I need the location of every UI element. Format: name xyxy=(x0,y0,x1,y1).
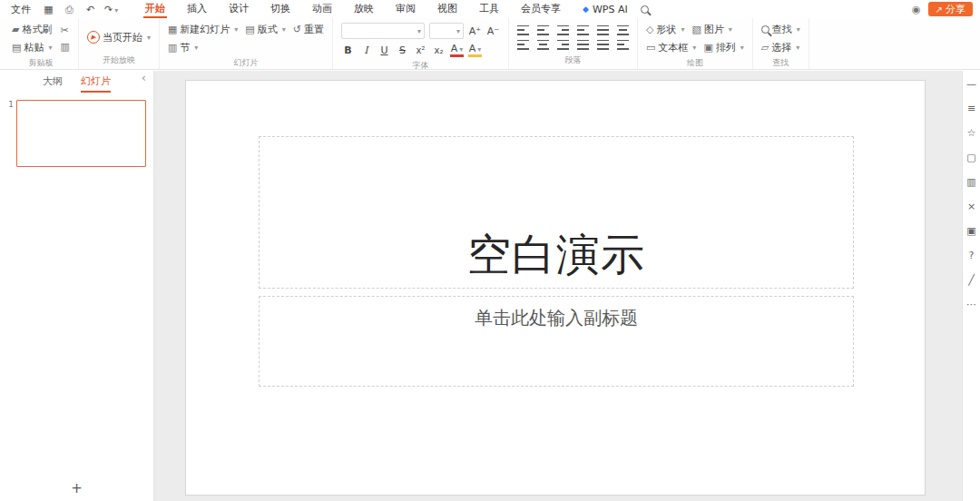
help-icon[interactable]: ? xyxy=(969,250,975,261)
subscript-button[interactable]: x₂ xyxy=(432,45,446,55)
select-button[interactable]: ▱ 选择 xyxy=(761,41,799,54)
redo-icon[interactable]: ↷ xyxy=(104,4,118,15)
frame-tool-icon[interactable]: ▣ xyxy=(966,225,975,237)
more-tools-icon[interactable]: ⋯ xyxy=(966,299,976,310)
section-button[interactable]: ▥ 节 xyxy=(168,41,198,54)
highlight-color-button[interactable]: A xyxy=(468,44,482,57)
align-right-icon xyxy=(557,40,569,50)
font-family-select[interactable] xyxy=(341,23,425,39)
wps-ai-icon: ◆ xyxy=(583,5,589,14)
copy-style-icon[interactable]: ▢ xyxy=(966,152,975,163)
layout-icon: ▤ xyxy=(245,24,254,35)
cut-tool-icon[interactable]: × xyxy=(967,201,975,212)
distribute-icon xyxy=(597,40,609,50)
font-size-select[interactable] xyxy=(429,23,464,39)
slide-subtitle: 单击此处输入副标题 xyxy=(475,306,638,386)
reset-label: 重置 xyxy=(304,23,324,36)
tab-home[interactable]: 开始 xyxy=(134,0,176,18)
slide[interactable]: 空白演示 单击此处输入副标题 xyxy=(185,80,926,496)
bullets-button[interactable] xyxy=(517,25,529,35)
slide-number: 1 xyxy=(5,100,14,167)
collapse-panel-icon[interactable]: ‹ xyxy=(142,71,146,84)
strikethrough-button[interactable]: S xyxy=(396,44,409,56)
group-label-slideshow: 开始放映 xyxy=(87,52,151,68)
wps-ai-button[interactable]: ◆ WPS AI xyxy=(583,4,628,15)
ribbon: ▰ 格式刷 ▤ 粘贴 ✂ ▥ 剪贴板 ▶ 当页开 xyxy=(0,18,980,70)
text-direction-button[interactable] xyxy=(617,25,629,35)
new-slide-button[interactable]: ▦ 新建幻灯片 xyxy=(168,23,238,36)
reset-button[interactable]: ↺ 重置 xyxy=(293,23,324,36)
minimize-panel-icon[interactable]: — xyxy=(966,78,976,90)
indent-increase-button[interactable] xyxy=(577,25,589,35)
properties-icon[interactable]: ≡ xyxy=(967,103,975,114)
format-painter-button[interactable]: ▰ 格式刷 xyxy=(12,23,52,36)
justify-button[interactable] xyxy=(577,40,589,50)
new-slide-label: 新建幻灯片 xyxy=(180,23,230,36)
numbering-button[interactable] xyxy=(537,25,549,35)
play-from-current-button[interactable]: ▶ 当页开始 xyxy=(87,31,151,44)
shapes-button[interactable]: ◇ 形状 xyxy=(646,23,684,36)
line-spacing-icon xyxy=(597,25,609,35)
distribute-button[interactable] xyxy=(597,40,609,50)
print-icon[interactable]: ⎙ xyxy=(63,4,76,15)
tab-tools[interactable]: 工具 xyxy=(468,0,510,18)
cut-button[interactable]: ✂ xyxy=(60,25,69,36)
tab-view[interactable]: 视图 xyxy=(426,0,468,18)
find-label: 查找 xyxy=(772,23,792,36)
chart-tool-icon[interactable]: ▥ xyxy=(966,176,975,188)
layout-button[interactable]: ▤ 版式 xyxy=(245,23,285,36)
find-button[interactable]: 查找 xyxy=(761,23,800,36)
file-menu[interactable]: 文件 xyxy=(7,3,34,16)
arrange-button[interactable]: ▣ 排列 xyxy=(703,41,743,54)
slides-tab[interactable]: 幻灯片 xyxy=(81,71,111,93)
picture-label: 图片 xyxy=(704,23,724,36)
pen-tool-icon[interactable]: ╱ xyxy=(968,274,975,286)
bold-button[interactable]: B xyxy=(341,44,355,56)
favorites-icon[interactable]: ☆ xyxy=(967,127,976,139)
tab-member[interactable]: 会员专享 xyxy=(510,0,572,18)
subtitle-placeholder[interactable]: 单击此处输入副标题 xyxy=(259,296,854,387)
italic-button[interactable]: I xyxy=(359,44,373,56)
ribbon-tabs: 开始 插入 设计 切换 动画 放映 审阅 视图 工具 会员专享 xyxy=(134,0,572,18)
picture-button[interactable]: ▧ 图片 xyxy=(691,23,731,36)
align-center-button[interactable] xyxy=(537,40,549,50)
undo-icon[interactable]: ↶ xyxy=(83,4,97,15)
columns-button[interactable] xyxy=(617,40,629,50)
add-slide-button[interactable]: + xyxy=(0,480,153,496)
arrange-icon: ▣ xyxy=(703,42,712,54)
bullets-icon xyxy=(517,25,529,35)
tab-slideshow[interactable]: 放映 xyxy=(343,0,385,18)
increase-font-button[interactable]: A⁺ xyxy=(468,25,482,37)
tab-insert[interactable]: 插入 xyxy=(176,0,218,18)
textbox-button[interactable]: ▭ 文本框 xyxy=(646,41,696,54)
search-icon[interactable] xyxy=(641,5,649,14)
tab-transition[interactable]: 切换 xyxy=(260,0,301,18)
save-icon[interactable]: ▦ xyxy=(42,4,55,15)
underline-button[interactable]: U xyxy=(377,44,391,56)
slide-title: 空白演示 xyxy=(467,226,645,284)
superscript-button[interactable]: x² xyxy=(414,45,427,55)
share-label: 分享 xyxy=(946,3,965,16)
copy-button[interactable]: ▥ xyxy=(60,41,69,53)
align-left-button[interactable] xyxy=(517,40,529,50)
align-right-button[interactable] xyxy=(557,40,569,50)
tab-animation[interactable]: 动画 xyxy=(301,0,343,18)
indent-decrease-icon xyxy=(557,25,569,35)
line-spacing-button[interactable] xyxy=(597,25,609,35)
font-color-button[interactable]: A xyxy=(450,44,464,57)
share-button[interactable]: ↗ 分享 xyxy=(928,2,973,16)
title-placeholder[interactable]: 空白演示 xyxy=(259,136,854,289)
eye-protection-icon[interactable]: ◉ xyxy=(912,4,921,15)
indent-decrease-button[interactable] xyxy=(557,25,569,35)
wps-ai-label: WPS AI xyxy=(593,4,628,15)
slide-thumbnail[interactable] xyxy=(16,100,146,167)
shapes-label: 形状 xyxy=(656,23,676,36)
align-left-icon xyxy=(517,40,529,50)
outline-tab[interactable]: 大纲 xyxy=(43,71,63,93)
tab-review[interactable]: 审阅 xyxy=(385,0,426,18)
layout-label: 版式 xyxy=(258,23,278,36)
right-toolbar: — ≡ ☆ ▢ ▥ × ▣ ? ╱ ⋯ xyxy=(962,71,980,501)
paste-button[interactable]: ▤ 粘贴 xyxy=(12,41,52,54)
tab-design[interactable]: 设计 xyxy=(218,0,260,18)
decrease-font-button[interactable]: A⁻ xyxy=(486,25,500,37)
